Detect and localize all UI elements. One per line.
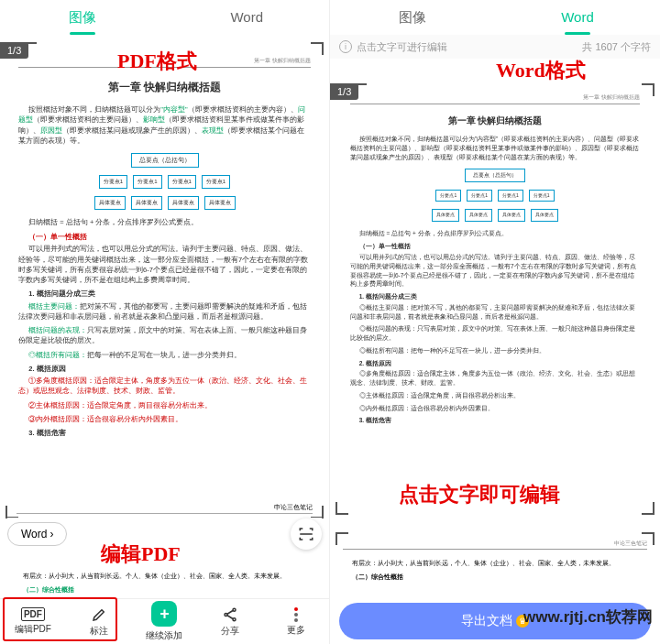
- highlight-redbox: [3, 597, 117, 641]
- word-chip[interactable]: Word›: [7, 522, 67, 546]
- tab-word-right[interactable]: Word: [495, 0, 660, 35]
- sec1-p1: 可以用并列式的写法，也可以用总分式的写法。请列于主要问题、特点、原因、做法、经验…: [18, 244, 311, 285]
- share-icon: [222, 606, 238, 623]
- crop-corner[interactable]: [642, 83, 654, 96]
- svg-point-0: [233, 608, 236, 611]
- more-icon: [294, 607, 298, 622]
- annotation-click-edit: 点击文字即可编辑: [399, 481, 560, 508]
- formula: 归纳概括 = 总括句 + 分条，分点排序罗列公式要点。: [18, 217, 311, 227]
- char-count: 共 1607 个字符: [582, 40, 651, 54]
- page-indicator-left: 1/3: [0, 42, 28, 59]
- doc-content-right[interactable]: 第一章 快解归纳概括题 第一章 快解归纳概括题 按照概括对象不同，归纳概括题可以…: [336, 64, 654, 432]
- right-doc-area: 1/3 第一章 快解归纳概括题 第一章 快解归纳概括题 按照概括对象不同，归纳概…: [330, 59, 660, 598]
- sec1: （一）单一性概括: [18, 232, 311, 242]
- svg-point-1: [225, 613, 227, 616]
- doc-header: 第一章 快解归纳概括题: [350, 93, 640, 104]
- svg-point-2: [233, 617, 236, 620]
- chevron-right-icon: ›: [50, 528, 53, 540]
- right-tabs: 图像 Word: [330, 0, 660, 35]
- sec4: 3. 概括危害: [18, 428, 311, 438]
- crop-corner[interactable]: [311, 506, 324, 518]
- info-bar: i 点击文字可进行编辑 共 1607 个字符: [330, 35, 660, 59]
- sec2: 1. 概括问题分成三类: [18, 289, 311, 299]
- diagram: 总要点（总括句） 分要点1 分要点1 分要点1 分要点1 具体要点 具体要点 具…: [55, 153, 275, 210]
- right-pane: 图像 Word i 点击文字可进行编辑 共 1607 个字符 1/3 第一章 快…: [330, 0, 660, 644]
- doc-content-left[interactable]: 第一章 快解归纳概括题 第一章 快解归纳概括题 按照概括对象不同，归纳概括题可以…: [6, 40, 324, 445]
- sec3: 2. 概括原因: [18, 364, 311, 374]
- watermark: www.rjtj.cn软荐网: [523, 606, 653, 628]
- plus-icon: +: [151, 601, 177, 627]
- crop-corner[interactable]: [642, 532, 654, 545]
- annotation-edit-pdf: 编辑PDF: [101, 540, 181, 568]
- annotation-pdf-format: PDF格式: [117, 48, 197, 75]
- info-icon: i: [339, 40, 352, 53]
- scan-button[interactable]: [291, 518, 322, 550]
- continue-add-button[interactable]: + 继续添加: [132, 599, 198, 644]
- doc-intro: 按照概括对象不同，归纳概括题可以分为"内容型"（即要求概括资料的主要内容）、问题…: [18, 104, 311, 146]
- doc-intro: 按照概括对象不同，归纳概括题可以分为"内容型"（即要求概括资料的主要内容）、问题…: [350, 135, 640, 161]
- doc-title: 第一章 快解归纳概括题: [18, 79, 311, 95]
- annotation-word-format: Word格式: [496, 57, 586, 84]
- tab-image-left[interactable]: 图像: [0, 0, 165, 35]
- note-line: 申论三色笔记: [16, 504, 313, 514]
- left-doc-area: 1/3 第一章 快解归纳概括题 第一章 快解归纳概括题 按照概括对象不同，归纳概…: [0, 35, 329, 598]
- crop-corner[interactable]: [336, 502, 348, 515]
- tab-image-right[interactable]: 图像: [330, 0, 495, 35]
- tab-word-left[interactable]: Word: [165, 0, 330, 35]
- crop-corner[interactable]: [311, 42, 324, 55]
- share-button[interactable]: 分享: [197, 599, 263, 644]
- page-indicator-right: 1/3: [330, 83, 358, 100]
- crop-corner[interactable]: [336, 532, 348, 545]
- crop-corner[interactable]: [6, 506, 18, 518]
- left-tabs: 图像 Word: [0, 0, 329, 35]
- info-text: 点击文字可进行编辑: [357, 40, 447, 54]
- diagram: 总要点（总括句） 分要点1 分要点1 分要点1 分要点1 具体要点 具体要点 具…: [403, 169, 587, 221]
- doc-title: 第一章 快解归纳概括题: [350, 114, 640, 127]
- crop-corner[interactable]: [642, 502, 654, 515]
- more-button[interactable]: 更多: [263, 599, 329, 644]
- scan-icon: [298, 526, 314, 542]
